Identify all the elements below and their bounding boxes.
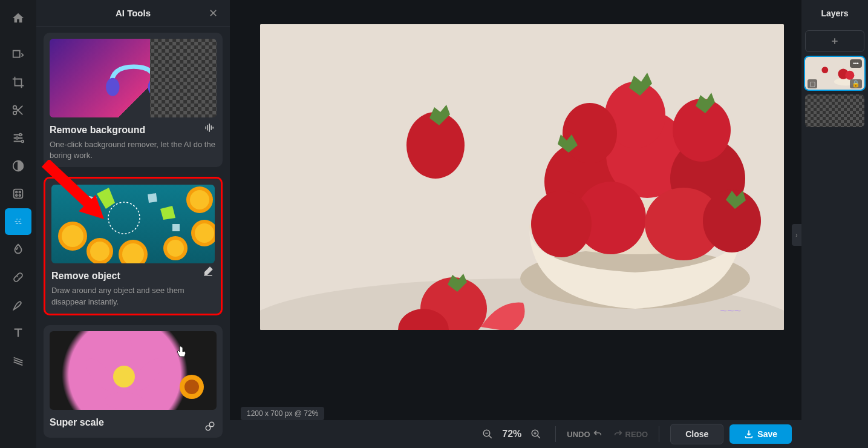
svg-text:~~~: ~~~ bbox=[720, 304, 741, 317]
svg-point-14 bbox=[148, 77, 162, 96]
eraser-icon bbox=[203, 266, 214, 279]
draw-tool[interactable] bbox=[5, 292, 31, 318]
ai-tools-button[interactable] bbox=[5, 208, 31, 235]
svg-point-10 bbox=[16, 194, 18, 196]
svg-rect-15 bbox=[206, 127, 207, 130]
download-icon bbox=[744, 429, 754, 439]
layers-panel: Layers ••• ▢ 🔒 bbox=[801, 0, 868, 448]
svg-rect-16 bbox=[207, 125, 209, 131]
adjust-tool[interactable] bbox=[5, 125, 31, 151]
scale-icon bbox=[204, 421, 215, 434]
undo-label: UNDO bbox=[567, 430, 590, 439]
layers-title: Layers bbox=[801, 0, 868, 27]
ai-tools-panel: AI Tools ✕ Remove background One-click b… bbox=[36, 0, 230, 448]
svg-rect-0 bbox=[13, 51, 20, 58]
redo-button[interactable]: REDO bbox=[613, 429, 648, 439]
svg-rect-36 bbox=[148, 193, 157, 203]
layers-list: ••• ▢ 🔒 bbox=[801, 27, 868, 131]
svg-point-2 bbox=[13, 111, 17, 115]
svg-point-49 bbox=[209, 422, 214, 427]
tool-card-remove-object[interactable]: Remove object Draw around any object and… bbox=[44, 177, 223, 315]
svg-point-62 bbox=[563, 103, 617, 163]
svg-point-73 bbox=[845, 71, 854, 80]
svg-point-3 bbox=[19, 134, 22, 136]
svg-point-48 bbox=[206, 426, 210, 430]
svg-point-31 bbox=[190, 190, 209, 209]
svg-point-13 bbox=[106, 77, 119, 96]
svg-point-42 bbox=[105, 392, 143, 409]
history-controls: UNDO REDO bbox=[567, 429, 648, 439]
save-button[interactable]: Save bbox=[729, 424, 792, 444]
divider bbox=[659, 426, 659, 442]
cutout-tool[interactable] bbox=[5, 97, 31, 124]
svg-point-74 bbox=[821, 67, 828, 73]
crop-tool[interactable] bbox=[5, 69, 31, 96]
save-label: Save bbox=[757, 429, 777, 439]
svg-point-21 bbox=[62, 225, 83, 247]
text-tool[interactable] bbox=[5, 320, 31, 346]
svg-rect-19 bbox=[213, 127, 214, 129]
svg-marker-34 bbox=[160, 206, 175, 220]
svg-point-59 bbox=[531, 191, 592, 257]
tool-thumbnail bbox=[51, 185, 215, 263]
svg-point-4 bbox=[16, 137, 18, 139]
arrange-tool[interactable] bbox=[5, 41, 31, 68]
close-button[interactable]: Close bbox=[670, 424, 723, 444]
zoom-in-button[interactable] bbox=[527, 426, 544, 443]
layers-collapse-button[interactable]: › bbox=[792, 224, 801, 246]
svg-point-45 bbox=[113, 366, 135, 387]
tool-thumbnail bbox=[50, 39, 217, 117]
bottom-bar: 72% UNDO REDO Close Save bbox=[230, 420, 801, 448]
svg-point-9 bbox=[19, 191, 21, 193]
svg-rect-18 bbox=[211, 125, 212, 130]
effects-tool[interactable] bbox=[5, 180, 31, 207]
svg-point-29 bbox=[195, 223, 214, 243]
svg-point-27 bbox=[167, 240, 184, 257]
panel-close-button[interactable]: ✕ bbox=[206, 7, 220, 20]
svg-point-11 bbox=[19, 194, 21, 196]
image-icon: ▢ bbox=[808, 79, 817, 88]
zoom-level[interactable]: 72% bbox=[502, 429, 521, 440]
left-toolbar bbox=[0, 0, 36, 448]
tool-description: One-click background remover, let the AI… bbox=[50, 139, 217, 161]
layer-thumbnail-1[interactable]: ••• ▢ 🔒 bbox=[805, 57, 864, 90]
svg-point-8 bbox=[16, 191, 18, 193]
panel-title: AI Tools bbox=[116, 8, 151, 18]
svg-rect-35 bbox=[87, 196, 97, 206]
tool-title: Remove background bbox=[50, 125, 217, 136]
liquify-tool[interactable] bbox=[5, 236, 31, 263]
canvas-area: ~~~ 1200 x 700 px @ 72% 72% UNDO REDO bbox=[230, 0, 801, 448]
panel-body: Remove background One-click background r… bbox=[36, 27, 230, 448]
lock-icon[interactable]: 🔒 bbox=[850, 79, 862, 88]
tool-title: Super scale bbox=[50, 417, 217, 428]
svg-point-5 bbox=[22, 140, 24, 143]
layer-menu-button[interactable]: ••• bbox=[850, 59, 862, 68]
layer-thumbnail-2[interactable] bbox=[805, 94, 864, 127]
tool-description: Draw around any object and see them disa… bbox=[51, 285, 215, 307]
svg-point-47 bbox=[184, 380, 199, 394]
fill-tool[interactable] bbox=[5, 348, 31, 374]
canvas-status-bar: 1200 x 700 px @ 72% bbox=[241, 407, 324, 420]
divider bbox=[555, 426, 556, 442]
tool-card-remove-background[interactable]: Remove background One-click background r… bbox=[44, 33, 223, 167]
svg-rect-37 bbox=[172, 224, 180, 231]
svg-point-23 bbox=[90, 242, 109, 261]
svg-point-1 bbox=[13, 106, 17, 110]
redo-label: REDO bbox=[625, 430, 648, 439]
svg-rect-12 bbox=[13, 272, 24, 283]
svg-rect-7 bbox=[14, 189, 23, 199]
heal-tool[interactable] bbox=[5, 264, 31, 291]
svg-rect-17 bbox=[209, 124, 210, 132]
zoom-controls: 72% bbox=[479, 426, 544, 443]
svg-point-32 bbox=[108, 202, 140, 234]
tool-card-super-scale[interactable]: Super scale bbox=[44, 325, 223, 438]
contrast-tool[interactable] bbox=[5, 153, 31, 179]
zoom-out-button[interactable] bbox=[479, 426, 496, 443]
add-layer-button[interactable] bbox=[805, 30, 864, 52]
canvas-viewport[interactable]: ~~~ bbox=[230, 0, 801, 420]
undo-button[interactable]: UNDO bbox=[567, 429, 602, 439]
tool-title: Remove object bbox=[51, 271, 215, 282]
svg-marker-33 bbox=[97, 188, 115, 209]
home-button[interactable] bbox=[5, 5, 31, 31]
canvas-image[interactable]: ~~~ bbox=[260, 24, 784, 330]
